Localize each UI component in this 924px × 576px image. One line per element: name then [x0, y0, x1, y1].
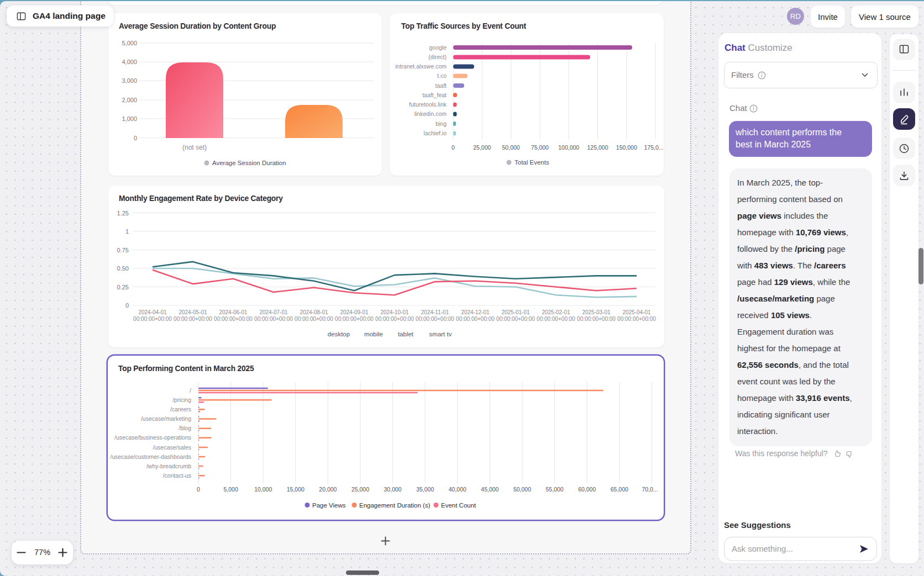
svg-text:00:00:00+00:00: 00:00:00+00:00 [133, 316, 172, 322]
svg-text:00:00:00+00:00: 00:00:00+00:00 [577, 316, 616, 322]
svg-text:/usecase/customer-dashboards: /usecase/customer-dashboards [111, 453, 192, 460]
svg-text:10,000: 10,000 [254, 486, 272, 493]
svg-text:2025-02-01: 2025-02-01 [542, 309, 570, 315]
svg-text:00:00:00+00:00: 00:00:00+00:00 [174, 316, 212, 322]
svg-text:150,000: 150,000 [616, 144, 637, 151]
svg-text:4,000: 4,000 [122, 59, 137, 65]
svg-text:1,000: 1,000 [122, 115, 137, 122]
svg-text:5,000: 5,000 [122, 40, 137, 46]
svg-text:linkedin.com: linkedin.com [414, 110, 447, 117]
svg-text:t.co: t.co [437, 72, 447, 79]
svg-text:(not set): (not set) [182, 144, 207, 151]
svg-text:3,000: 3,000 [122, 77, 137, 84]
svg-text:2024-06-01: 2024-06-01 [219, 309, 248, 315]
svg-text:2024-07-01: 2024-07-01 [259, 309, 288, 315]
svg-text:00:00:00+00:00: 00:00:00+00:00 [254, 316, 293, 322]
svg-text:00:00:00+00:00: 00:00:00+00:00 [335, 316, 374, 322]
svg-text:/blog: /blog [179, 425, 191, 431]
svg-text:60,000: 60,000 [578, 486, 596, 493]
svg-text:smart tv: smart tv [429, 331, 452, 337]
svg-text:50,000: 50,000 [513, 486, 531, 493]
svg-text:2024-09-01: 2024-09-01 [340, 309, 369, 315]
svg-text:50,000: 50,000 [502, 144, 520, 151]
svg-text:1: 1 [125, 228, 129, 235]
svg-text:2024-08-01: 2024-08-01 [300, 309, 328, 315]
svg-text:00:00:00+00:00: 00:00:00+00:00 [295, 316, 333, 322]
svg-text:tablet: tablet [398, 331, 414, 337]
svg-text:/usecase/marketing: /usecase/marketing [141, 415, 191, 422]
svg-text:65,000: 65,000 [611, 486, 628, 493]
svg-text:2,000: 2,000 [122, 97, 137, 103]
svg-text:125,000: 125,000 [587, 144, 608, 151]
svg-text:20,000: 20,000 [319, 486, 337, 493]
svg-text:00:00:00+00:00: 00:00:00+00:00 [537, 316, 575, 322]
svg-text:2024-05-01: 2024-05-01 [179, 309, 207, 315]
svg-text:40,000: 40,000 [449, 486, 466, 493]
svg-text:/usecase/sales: /usecase/sales [153, 444, 191, 451]
svg-text:15,000: 15,000 [287, 486, 305, 493]
svg-text:2025-04-01: 2025-04-01 [622, 309, 651, 315]
svg-text:futuretools.link: futuretools.link [409, 101, 447, 108]
svg-text:0.75: 0.75 [117, 247, 129, 253]
svg-text:intranet.alxswe.com: intranet.alxswe.com [395, 63, 447, 70]
svg-text:25,000: 25,000 [473, 144, 491, 151]
svg-text:0.50: 0.50 [117, 265, 129, 272]
svg-text:75,000: 75,000 [531, 144, 549, 151]
svg-text:/why-breadcrumb: /why-breadcrumb [146, 463, 191, 469]
svg-text:45,000: 45,000 [481, 486, 498, 493]
svg-text:Event Count: Event Count [441, 502, 476, 509]
svg-text:/: / [190, 387, 191, 394]
svg-text:70,0...: 70,0... [642, 486, 658, 493]
svg-text:1.25: 1.25 [117, 210, 129, 216]
svg-text:30,000: 30,000 [384, 486, 402, 493]
svg-text:2025-01-01: 2025-01-01 [501, 309, 530, 315]
svg-text:/contact-us: /contact-us [163, 472, 191, 479]
svg-text:(direct): (direct) [428, 54, 447, 60]
svg-text:Total Events: Total Events [514, 159, 549, 166]
svg-text:Average Session Duration: Average Session Duration [212, 160, 286, 166]
svg-text:25,000: 25,000 [351, 486, 369, 493]
svg-text:2024-04-01: 2024-04-01 [138, 309, 167, 315]
svg-text:bing: bing [435, 120, 447, 127]
svg-text:00:00:00+00:00: 00:00:00+00:00 [456, 316, 495, 322]
svg-text:00:00:00+00:00: 00:00:00+00:00 [496, 316, 535, 322]
svg-text:35,000: 35,000 [416, 486, 434, 493]
svg-text:taaft_feat: taaft_feat [422, 92, 447, 98]
svg-text:0: 0 [197, 486, 200, 493]
svg-text:taaft: taaft [435, 82, 447, 89]
svg-text:5,000: 5,000 [223, 486, 238, 493]
svg-text:2025-03-01: 2025-03-01 [582, 309, 611, 315]
svg-text:Engagement Duration (s): Engagement Duration (s) [359, 502, 431, 509]
svg-text:175,0...: 175,0... [644, 144, 663, 151]
svg-text:00:00:00+00:00: 00:00:00+00:00 [214, 316, 253, 322]
svg-text:00:00:00+00:00: 00:00:00+00:00 [617, 316, 656, 322]
svg-text:google: google [429, 44, 447, 51]
svg-text:mobile: mobile [364, 331, 383, 337]
svg-text:2024-12-01: 2024-12-01 [461, 309, 490, 315]
svg-text:2024-10-01: 2024-10-01 [380, 309, 409, 315]
svg-text:100,000: 100,000 [558, 144, 579, 151]
svg-text:/usecase/business-operations: /usecase/business-operations [114, 434, 191, 441]
svg-text:0.25: 0.25 [117, 284, 129, 290]
svg-text:Page Views: Page Views [312, 502, 346, 509]
svg-text:/careers: /careers [170, 406, 191, 413]
svg-text:00:00:00+00:00: 00:00:00+00:00 [375, 316, 414, 322]
svg-text:0: 0 [134, 135, 137, 141]
svg-text:2024-11-01: 2024-11-01 [421, 309, 449, 315]
svg-text:0: 0 [452, 144, 455, 151]
svg-text:00:00:00+00:00: 00:00:00+00:00 [416, 316, 454, 322]
svg-text:0: 0 [125, 302, 129, 309]
svg-text:/pricing: /pricing [172, 397, 191, 403]
svg-text:desktop: desktop [328, 331, 350, 337]
svg-text:55,000: 55,000 [546, 486, 564, 493]
svg-text:lachief.io: lachief.io [424, 130, 447, 136]
